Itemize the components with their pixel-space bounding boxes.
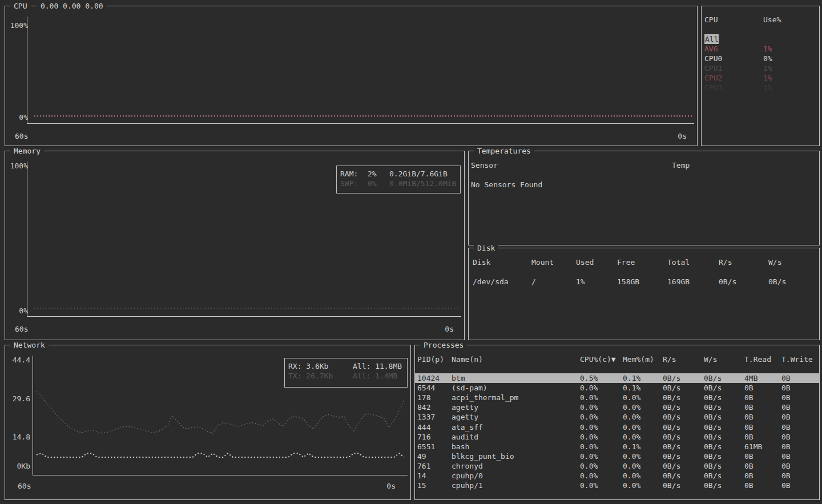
process-row[interactable]: 178acpi_thermal_pm0.0%0.0%0B/s0B/s0B0B — [415, 393, 819, 402]
process-cell: 444 — [417, 422, 452, 432]
process-cell: 0B/s — [704, 481, 744, 490]
cpu-legend-entry-use: 1% — [763, 73, 819, 83]
process-cell: 0.0% — [580, 442, 623, 451]
process-cell: 0B/s — [663, 451, 704, 461]
processes-panel: Processes PID(p)Name(n)CPU%(c)▼Mem%(m)R/… — [414, 345, 820, 500]
process-cell: 0B — [744, 432, 781, 442]
process-cell: 0B/s — [663, 373, 704, 383]
disk-cell: 0B/s — [768, 277, 819, 287]
process-row[interactable]: 1337agetty0.0%0.0%0B/s0B/s0B0B — [415, 412, 819, 422]
process-cell: 0.0% — [580, 432, 623, 442]
process-col-header[interactable]: Mem%(m) — [623, 354, 663, 364]
process-cell: agetty — [452, 402, 580, 412]
temperatures-header: Sensor Temp — [469, 160, 819, 170]
process-cell: 0.0% — [580, 412, 623, 422]
process-cell: 178 — [417, 393, 452, 402]
cpu-legend-row[interactable]: CPU31% — [702, 83, 819, 92]
process-cell: 0.0% — [580, 451, 623, 461]
process-cell: bash — [452, 442, 580, 451]
process-cell: 0B/s — [704, 393, 744, 402]
process-row[interactable]: 444ata_sff0.0%0.0%0B/s0B/s0B0B — [415, 422, 819, 432]
process-col-header-sorted[interactable]: CPU%(c)▼ — [580, 354, 623, 364]
process-cell: 0B — [781, 481, 819, 490]
process-cell: 0B/s — [704, 432, 744, 442]
process-cell: 0.1% — [623, 383, 663, 393]
disk-cell: 169GB — [667, 277, 719, 287]
cpu-legend-header: CPU Use% — [702, 15, 819, 25]
process-cell: 0B/s — [704, 402, 744, 412]
disk-table-row[interactable]: /dev/sda/1%158GB169GB0B/s0B/s — [469, 277, 819, 287]
cpu-panel: CPU ─ 0.00 0.00 0.00 100% 0% 60s 0s — [5, 6, 698, 146]
process-col-header[interactable]: R/s — [663, 354, 704, 364]
temperatures-col-temp: Temp — [672, 160, 819, 170]
disk-col-header[interactable]: Free — [617, 257, 667, 267]
process-col-header[interactable]: Name(n) — [452, 354, 580, 364]
memory-panel-title: Memory — [10, 146, 44, 156]
process-cell: 0B — [781, 471, 819, 481]
process-row[interactable]: 14cpuhp/00.0%0.0%0B/s0B/s0B0B — [415, 471, 819, 481]
disk-cell: 0B/s — [719, 277, 768, 287]
disk-col-header[interactable]: Total — [667, 257, 719, 267]
process-cell: 842 — [417, 402, 452, 412]
cpu-legend-entry-name: AVG — [704, 44, 763, 54]
disk-col-header[interactable]: R/s — [719, 257, 768, 267]
process-col-header[interactable]: W/s — [704, 354, 744, 364]
process-col-header[interactable]: T.Read — [744, 354, 781, 364]
process-row[interactable]: 761chronyd0.0%0.0%0B/s0B/s0B0B — [415, 461, 819, 471]
process-row[interactable]: 10424btm0.5%0.1%0B/s0B/s4MB0B — [415, 373, 819, 383]
network-ytick-29: 29.6 — [7, 394, 30, 404]
process-cell: 0.1% — [623, 442, 663, 451]
process-cell: 0B/s — [663, 383, 704, 393]
process-cell: auditd — [452, 432, 580, 442]
network-series-tx — [37, 392, 404, 433]
network-ytick-44: 44.4 — [7, 355, 30, 365]
cpu-legend-entry-use: 1% — [763, 63, 819, 73]
memory-panel: Memory 100% 0% 60s 0s RAM: 2% 0.2GiB/7.6… — [5, 151, 465, 340]
process-cell: (sd-pam) — [452, 383, 580, 393]
process-row[interactable]: 6544(sd-pam)0.0%0.1%0B/s0B/s0B0B — [415, 383, 819, 393]
cpu-legend-row[interactable]: AVG1% — [702, 44, 819, 54]
temperatures-panel: Temperatures Sensor Temp No Sensors Foun… — [468, 151, 820, 245]
process-cell: 0B/s — [663, 422, 704, 432]
process-row[interactable]: 15cpuhp/10.0%0.0%0B/s0B/s0B0B — [415, 481, 819, 490]
process-cell: 0.0% — [623, 481, 663, 490]
memory-ytick-0: 0% — [9, 306, 28, 316]
process-cell: 0B/s — [663, 442, 704, 451]
cpu-legend-panel: CPU Use% AllAVG1%CPU00%CPU11%CPU21%CPU31… — [701, 6, 820, 146]
process-cell: btm — [452, 373, 580, 383]
cpu-legend-row[interactable]: All — [702, 34, 819, 44]
disk-col-header[interactable]: Used — [576, 257, 617, 267]
process-cell: 0B — [744, 451, 781, 461]
disk-cell: /dev/sda — [473, 277, 531, 287]
process-row[interactable]: 716auditd0.0%0.0%0B/s0B/s0B0B — [415, 432, 819, 442]
process-cell: 0B — [744, 383, 781, 393]
process-cell: cpuhp/0 — [452, 471, 580, 481]
process-table-rows: 10424btm0.5%0.1%0B/s0B/s4MB0B6544(sd-pam… — [415, 373, 819, 490]
process-cell: 0B — [781, 432, 819, 442]
process-row[interactable]: 49blkcg_punt_bio0.0%0.0%0B/s0B/s0B0B — [415, 451, 819, 461]
process-cell: 0B — [744, 393, 781, 402]
cpu-legend-row[interactable]: CPU11% — [702, 63, 819, 73]
process-col-header[interactable]: PID(p) — [417, 354, 452, 364]
disk-cell: 158GB — [617, 277, 667, 287]
process-cell: 0.0% — [623, 432, 663, 442]
disk-col-header[interactable]: W/s — [768, 257, 819, 267]
process-row[interactable]: 6551bash0.0%0.1%0B/s0B/s61MB0B — [415, 442, 819, 451]
network-panel-title: Network — [10, 340, 49, 350]
process-col-header[interactable]: T.Write — [781, 354, 819, 364]
cpu-ytick-0: 0% — [9, 112, 28, 122]
process-row[interactable]: 842agetty0.0%0.0%0B/s0B/s0B0B — [415, 402, 819, 412]
process-cell: chronyd — [452, 461, 580, 471]
cpu-legend-row[interactable]: CPU21% — [702, 73, 819, 83]
cpu-xtick-60s: 60s — [15, 131, 28, 141]
process-cell: 0B — [781, 461, 819, 471]
cpu-legend-row[interactable]: CPU00% — [702, 54, 819, 63]
network-xtick-60s: 60s — [18, 481, 31, 491]
memory-xtick-60s: 60s — [15, 324, 28, 334]
disk-col-header[interactable]: Disk — [473, 257, 531, 267]
ram-detail: 0.2GiB/7.6GiB — [389, 169, 460, 179]
disk-col-header[interactable]: Mount — [531, 257, 576, 267]
process-cell: 0.0% — [623, 393, 663, 402]
process-cell: 10424 — [417, 373, 452, 383]
process-cell: 0B/s — [663, 432, 704, 442]
